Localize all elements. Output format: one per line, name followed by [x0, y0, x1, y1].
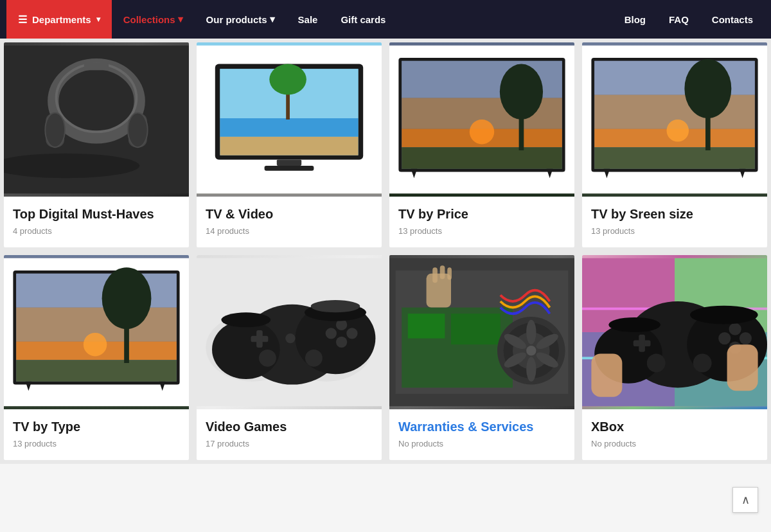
svg-rect-78	[451, 314, 501, 344]
card-count-tv-screen: 13 products	[591, 226, 758, 236]
card-count-warranties: No products	[398, 439, 565, 448]
card-body-tv-screen: TV by Sreen size 13 products	[582, 197, 767, 247]
card-body-top-digital: Top Digital Must-Haves 4 products	[4, 197, 189, 247]
card-image-video-games	[197, 255, 382, 409]
card-image-tv-video	[197, 42, 382, 197]
nav-item-contacts[interactable]: Contacts	[700, 0, 765, 39]
card-title-xbox: XBox	[591, 418, 758, 435]
nav-gift-cards-label: Gift cards	[341, 14, 386, 25]
chevron-down-icon: ▾	[270, 13, 275, 25]
nav-item-sale[interactable]: Sale	[287, 0, 330, 39]
nav-item-collections[interactable]: Collections ▾	[112, 0, 195, 39]
card-image-top-digital	[4, 42, 189, 197]
svg-point-68	[259, 350, 276, 367]
svg-rect-5	[84, 63, 109, 71]
svg-point-6	[45, 112, 65, 147]
svg-point-28	[470, 120, 494, 144]
svg-point-103	[740, 332, 752, 344]
svg-point-64	[326, 328, 337, 339]
svg-point-16	[269, 64, 306, 95]
svg-rect-112	[591, 354, 622, 397]
svg-point-52	[84, 333, 107, 356]
svg-rect-49	[16, 360, 177, 382]
card-tv-screen[interactable]: TV by Sreen size 13 products	[582, 42, 767, 247]
svg-rect-18	[265, 166, 314, 171]
collections-grid: Top Digital Must-Haves 4 products	[0, 39, 771, 464]
card-image-warranties	[389, 255, 574, 409]
svg-point-108	[647, 354, 666, 373]
main-nav: ☰ Departments ▾ Collections ▾ Our produc…	[0, 0, 771, 39]
chevron-down-icon: ▾	[178, 13, 183, 25]
nav-faq-label: FAQ	[669, 14, 689, 25]
card-count-video-games: 17 products	[206, 439, 373, 448]
card-count-top-digital: 4 products	[13, 226, 180, 236]
svg-rect-14	[220, 137, 358, 155]
svg-point-71	[221, 312, 270, 327]
svg-rect-37	[594, 147, 755, 169]
card-count-xbox: No products	[591, 439, 758, 448]
nav-contacts-label: Contacts	[712, 14, 753, 25]
svg-rect-89	[427, 274, 451, 308]
nav-blog-label: Blog	[625, 14, 646, 25]
svg-point-82	[526, 346, 536, 355]
svg-rect-107	[639, 335, 645, 352]
svg-rect-67	[256, 330, 263, 348]
card-title-tv-video: TV & Video	[206, 206, 373, 222]
svg-point-70	[285, 333, 295, 343]
svg-point-63	[346, 328, 357, 339]
svg-point-65	[336, 337, 347, 348]
svg-point-109	[693, 354, 712, 373]
svg-point-7	[128, 112, 148, 147]
svg-point-86	[526, 357, 536, 381]
card-body-xbox: XBox No products	[582, 409, 767, 460]
nav-item-faq[interactable]: FAQ	[657, 0, 700, 39]
svg-rect-113	[727, 344, 758, 391]
nav-our-products-label: Our products	[206, 14, 267, 25]
card-title-tv-screen: TV by Sreen size	[591, 206, 758, 222]
svg-point-27	[500, 64, 543, 120]
card-body-tv-type: TV by Type 13 products	[4, 409, 189, 460]
nav-item-blog[interactable]: Blog	[613, 0, 657, 39]
card-top-digital[interactable]: Top Digital Must-Haves 4 products	[4, 42, 189, 247]
card-body-video-games: Video Games 17 products	[197, 409, 382, 460]
card-title-warranties: Warranties & Services	[398, 418, 565, 435]
card-image-tv-type	[4, 255, 189, 409]
card-title-video-games: Video Games	[206, 418, 373, 435]
nav-right: Blog FAQ Contacts	[613, 0, 765, 39]
svg-rect-92	[447, 267, 452, 279]
card-video-games[interactable]: Video Games 17 products	[197, 255, 382, 460]
card-tv-price[interactable]: TV by Price 13 products	[389, 42, 574, 247]
svg-point-111	[690, 306, 758, 324]
svg-point-60	[212, 320, 280, 379]
nav-item-gift-cards[interactable]: Gift cards	[329, 0, 397, 39]
svg-point-104	[718, 332, 731, 344]
svg-point-51	[102, 267, 152, 329]
card-tv-video[interactable]: TV & Video 14 products	[197, 42, 382, 247]
svg-point-40	[667, 120, 689, 142]
bars-icon: ☰	[18, 13, 27, 26]
nav-sale-label: Sale	[298, 14, 318, 25]
svg-rect-90	[432, 267, 438, 283]
card-count-tv-type: 13 products	[13, 439, 180, 448]
card-image-tv-screen	[582, 42, 767, 197]
chevron-down-icon: ▾	[96, 15, 100, 24]
svg-point-83	[526, 320, 536, 344]
svg-point-110	[608, 317, 660, 332]
svg-rect-17	[277, 159, 301, 166]
card-title-tv-type: TV by Type	[13, 418, 180, 435]
card-count-tv-video: 14 products	[206, 226, 373, 236]
svg-rect-77	[408, 314, 445, 338]
nav-collections-label: Collections	[123, 14, 175, 25]
svg-rect-13	[220, 118, 358, 137]
nav-item-our-products[interactable]: Our products ▾	[195, 0, 287, 39]
card-count-tv-price: 13 products	[398, 226, 565, 236]
departments-label: Departments	[32, 14, 91, 25]
card-title-top-digital: Top Digital Must-Haves	[13, 206, 180, 222]
svg-rect-91	[440, 265, 445, 279]
departments-button[interactable]: ☰ Departments ▾	[6, 0, 112, 39]
card-title-tv-price: TV by Price	[398, 206, 565, 222]
card-tv-type[interactable]: TV by Type 13 products	[4, 255, 189, 460]
card-warranties[interactable]: Warranties & Services No products	[389, 255, 574, 460]
card-xbox[interactable]: XBox No products	[582, 255, 767, 460]
svg-point-73	[311, 300, 360, 312]
